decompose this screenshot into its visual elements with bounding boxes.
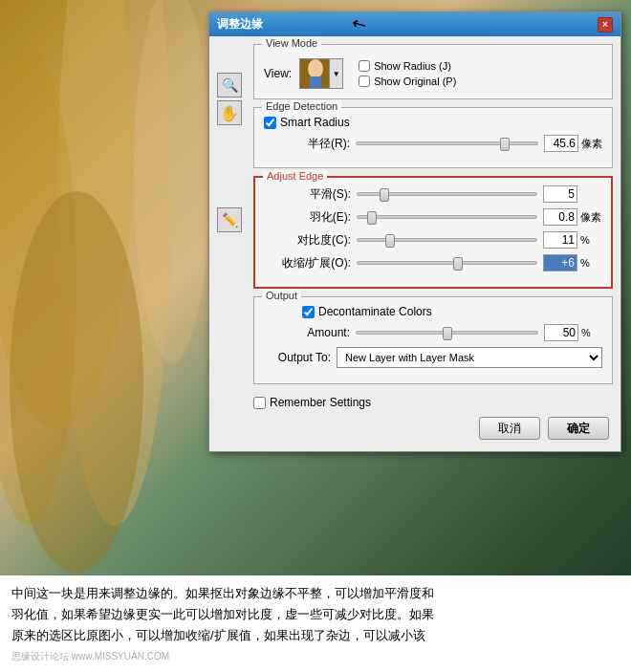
view-checkboxes: Show Radius (J) Show Original (P) [359,60,456,87]
smooth-thumb[interactable] [380,188,389,202]
adjust-edge-label: Adjust Edge [263,170,327,182]
contrast-thumb[interactable] [385,234,395,248]
view-dropdown-button[interactable]: ▼ [330,58,343,89]
close-button[interactable]: × [598,17,613,33]
view-mode-section: View Mode View: ▼ [253,44,613,99]
amount-thumb[interactable] [443,327,452,340]
smooth-value[interactable]: 5 [543,185,577,203]
smooth-slider[interactable] [357,192,537,196]
bottom-text-line2: 羽化值，如果希望边缘更实一此可以增加对比度，虚一些可减少对比度。如果 [11,607,434,621]
view-thumbnail[interactable] [299,58,330,89]
magnify-tool[interactable]: 🔍 [217,73,242,98]
dialog-titlebar: 调整边缘 × [209,12,620,36]
cancel-button[interactable]: 取消 [479,417,540,440]
watermark: 思缘设计论坛 www.MISSYUAN.COM [11,648,620,664]
radius-slider[interactable] [356,141,538,145]
radius-unit: 像素 [581,137,602,151]
amount-slider[interactable] [356,331,538,335]
feather-thumb[interactable] [367,211,377,225]
decontaminate-row: Decontaminate Colors [264,305,602,318]
output-to-label: Output To: [264,351,331,364]
amount-row: Amount: 50 % [264,324,602,341]
amount-label: Amount: [264,326,350,339]
contrast-label: 对比度(C): [265,232,351,249]
contrast-row: 对比度(C): 11 % [265,231,601,249]
adjust-edge-section: Adjust Edge 平滑(S): 5 羽化(E): [253,176,613,289]
expand-unit: % [580,257,601,269]
edge-brush-tool[interactable]: ✏️ [217,207,242,232]
feather-slider[interactable] [357,215,537,219]
decontaminate-label: Decontaminate Colors [318,305,432,318]
remember-settings-checkbox[interactable] [253,397,266,409]
view-text-label: View: [264,67,292,80]
svg-rect-7 [310,76,321,89]
feather-label: 羽化(E): [265,209,351,226]
view-mode-label: View Mode [262,37,321,49]
dialog-title: 调整边缘 [217,16,263,33]
edge-detection-label: Edge Detection [262,100,341,112]
expand-thumb[interactable] [453,257,463,271]
view-thumbnail-container: ▼ [299,58,343,89]
adjust-edge-dialog: 调整边缘 × 🔍 ✋ ✏️ View Mode View: [208,11,621,452]
svg-point-6 [308,59,323,78]
bottom-text-area: 中间这一块是用来调整边缘的。如果抠出对象边缘不平整，可以增加平滑度和 羽化值，如… [0,575,631,672]
smooth-row: 平滑(S): 5 [265,185,601,203]
smart-radius-row: Smart Radius [264,116,602,129]
radius-thumb[interactable] [500,138,510,151]
decontaminate-checkbox[interactable] [302,306,315,318]
output-to-select[interactable]: New Layer with Layer Mask Selection Laye… [337,347,602,368]
radius-row: 半径(R): 45.6 像素 [264,135,602,152]
smart-radius-checkbox[interactable] [264,117,276,129]
output-to-row: Output To: New Layer with Layer Mask Sel… [264,347,602,368]
view-mode-row: View: ▼ [264,58,602,89]
output-label: Output [262,290,301,301]
feather-value[interactable]: 0.8 [543,208,577,226]
radius-label: 半径(R): [264,136,350,152]
bottom-text-line3: 原来的选区比原图小，可以增加收缩/扩展值，如果出现了杂边，可以减小该 [11,628,425,642]
show-original-label: Show Original (P) [374,76,456,87]
thumbnail-preview [300,59,330,89]
expand-slider[interactable] [357,261,537,265]
remember-settings-label: Remember Settings [270,396,371,409]
show-radius-row: Show Radius (J) [359,60,456,72]
amount-value[interactable]: 50 [544,324,578,341]
button-row: 取消 确定 [253,413,613,444]
contrast-value[interactable]: 11 [543,231,577,249]
expand-value[interactable]: +6 [543,254,577,271]
bottom-text-line1: 中间这一块是用来调整边缘的。如果抠出对象边缘不平整，可以增加平滑度和 [11,586,434,600]
show-radius-label: Show Radius (J) [374,60,451,72]
contrast-slider[interactable] [357,238,537,242]
expand-label: 收缩/扩展(O): [265,255,351,271]
show-original-row: Show Original (P) [359,76,456,87]
show-radius-checkbox[interactable] [359,60,370,72]
feather-unit: 像素 [580,210,601,225]
edge-detection-section: Edge Detection Smart Radius 半径(R): 45.6 … [253,107,613,168]
ok-button[interactable]: 确定 [548,417,609,440]
smooth-label: 平滑(S): [265,186,351,203]
radius-value[interactable]: 45.6 [544,135,578,152]
remember-settings-row: Remember Settings [253,392,613,413]
output-section: Output Decontaminate Colors Amount: 50 % [253,296,613,384]
smart-radius-label: Smart Radius [280,116,350,129]
amount-unit: % [581,327,602,338]
contrast-unit: % [580,234,601,246]
hand-tool[interactable]: ✋ [217,100,242,125]
svg-point-4 [10,191,143,574]
expand-row: 收缩/扩展(O): +6 % [265,254,601,271]
feather-row: 羽化(E): 0.8 像素 [265,208,601,226]
show-original-checkbox[interactable] [359,76,370,87]
